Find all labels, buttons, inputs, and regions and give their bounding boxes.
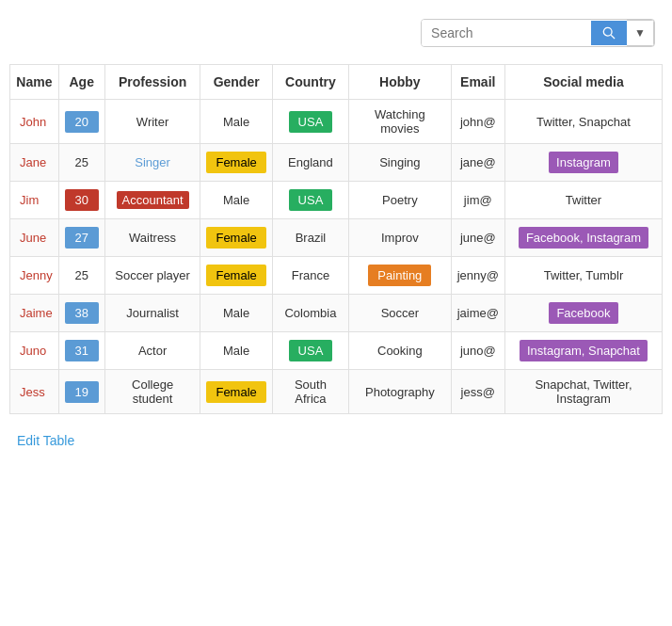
social-badge: Facebook, Instagram [519,227,648,249]
search-icon [602,26,616,40]
cell-name: Jess [10,370,59,414]
col-header-profession: Profession [104,65,200,100]
table-row: Jim30AccountantMaleUSAPoetryjim@Twitter [10,182,663,219]
cell-hobby: Soccer [349,295,452,332]
table-row: Jenny25Soccer playerFemaleFrancePainting… [10,257,663,295]
footer: Edit Table [9,414,663,457]
main-container: ▼ Name Age Profession Gender Country Hob… [0,0,672,626]
cell-profession: Journalist [104,295,200,332]
cell-email: jane@ [451,144,504,182]
cell-profession: Actor [104,332,200,370]
cell-age: 25 [58,144,104,182]
cell-email: jenny@ [451,257,504,295]
cell-gender: Female [200,370,272,414]
col-header-name: Name [10,65,59,100]
cell-country: USA [272,332,348,370]
cell-age: 30 [58,182,104,219]
cell-name: Jaime [10,295,59,332]
table-row: Jane25SingerFemaleEnglandSingingjane@Ins… [10,144,663,182]
cell-profession: Waitress [104,219,200,257]
cell-country: Brazil [272,219,348,257]
cell-name: June [10,219,59,257]
gender-badge: Female [206,227,265,249]
table-row: John20WriterMaleUSAWatching moviesjohn@T… [10,100,663,144]
cell-age: 25 [58,257,104,295]
table-row: June27WaitressFemaleBrazilImprovjune@Fac… [10,219,663,257]
profession-badge: Accountant [117,191,189,209]
cell-gender: Male [200,182,272,219]
age-badge: 19 [65,381,99,403]
age-badge: 31 [65,340,99,361]
cell-age: 27 [58,219,104,257]
cell-email: john@ [451,100,504,144]
social-badge: Instagram, Snapchat [520,340,648,361]
search-wrapper: ▼ [421,19,655,47]
cell-gender: Female [200,257,272,295]
cell-email: june@ [451,219,504,257]
cell-hobby: Singing [349,144,452,182]
cell-gender: Male [200,332,272,370]
cell-name: John [10,100,59,144]
cell-profession: Soccer player [104,257,200,295]
col-header-country: Country [272,65,348,100]
social-badge: Facebook [549,302,617,324]
cell-country: USA [272,100,348,144]
cell-country: England [272,144,348,182]
social-badge: Instagram [549,152,618,173]
cell-age: 31 [58,332,104,370]
table-header-row: Name Age Profession Gender Country Hobby… [10,65,663,100]
cell-hobby: Cooking [349,332,452,370]
gender-badge: Female [206,265,265,286]
cell-hobby: Improv [349,219,452,257]
cell-name: Jenny [10,257,59,295]
cell-email: jess@ [451,370,504,414]
edit-table-link[interactable]: Edit Table [17,433,74,448]
age-badge: 30 [65,189,99,211]
cell-email: jim@ [451,182,504,219]
cell-social: Facebook [504,295,662,332]
col-header-gender: Gender [200,65,272,100]
cell-email: juno@ [451,332,504,370]
cell-profession: Accountant [104,182,200,219]
cell-hobby: Watching movies [349,100,452,144]
cell-social: Twitter, Tumblr [504,257,662,295]
cell-country: France [272,257,348,295]
table-row: Jaime38JournalistMaleColombiaSoccerjaime… [10,295,663,332]
cell-social: Instagram, Snapchat [504,332,662,370]
table-row: Jess19College studentFemaleSouth AfricaP… [10,370,663,414]
cell-country: USA [272,182,348,219]
cell-hobby: Photography [349,370,452,414]
country-badge: USA [289,189,333,211]
col-header-hobby: Hobby [349,65,452,100]
cell-social: Twitter, Snapchat [504,100,662,144]
col-header-age: Age [58,65,104,100]
cell-email: jaime@ [451,295,504,332]
search-button[interactable] [591,21,627,45]
search-input[interactable] [422,20,591,46]
age-badge: 27 [65,227,99,249]
cell-profession: College student [104,370,200,414]
dropdown-button[interactable]: ▼ [627,20,654,46]
gender-badge: Female [206,152,265,173]
cell-country: South Africa [272,370,348,414]
cell-age: 20 [58,100,104,144]
country-badge: USA [289,340,333,361]
svg-point-0 [603,27,612,36]
table-row: Juno31ActorMaleUSACookingjuno@Instagram,… [10,332,663,370]
cell-social: Snapchat, Twitter, Instagram [504,370,662,414]
cell-profession: Writer [104,100,200,144]
cell-age: 38 [58,295,104,332]
toolbar: ▼ [9,9,663,56]
cell-social: Facebook, Instagram [504,219,662,257]
cell-hobby: Painting [349,257,452,295]
cell-name: Jim [10,182,59,219]
age-badge: 20 [65,111,99,133]
cell-profession: Singer [104,144,200,182]
cell-hobby: Poetry [349,182,452,219]
cell-gender: Male [200,295,272,332]
cell-country: Colombia [272,295,348,332]
gender-badge: Female [206,381,265,403]
cell-age: 19 [58,370,104,414]
hobby-badge: Painting [368,265,431,286]
col-header-social: Social media [504,65,662,100]
